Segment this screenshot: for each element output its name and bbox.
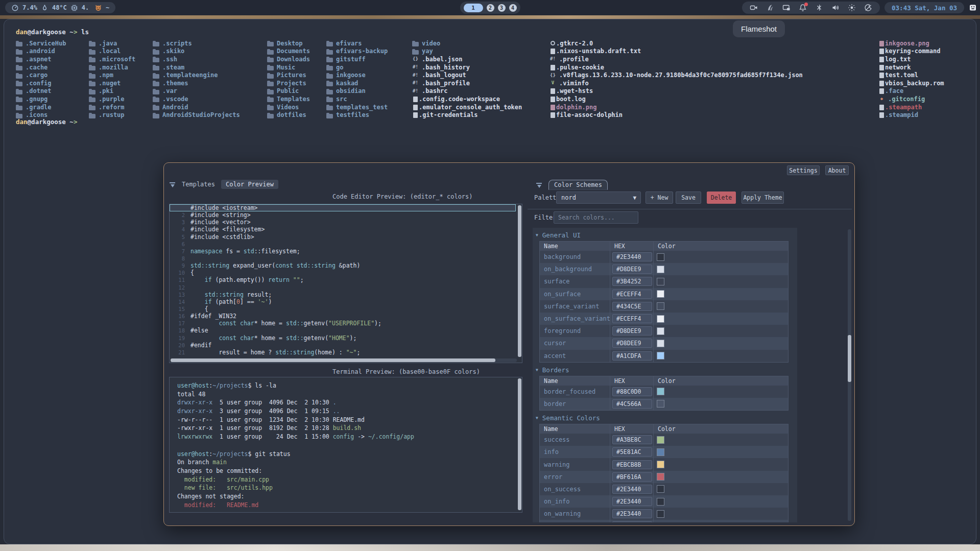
tab-color-preview[interactable]: Color Preview [221, 180, 278, 189]
color-swatch[interactable] [657, 510, 664, 518]
code-editor-preview[interactable]: 1#include <iostream>2#include <string>3#… [169, 204, 522, 363]
delete-button[interactable]: Delete [707, 191, 736, 204]
workspace-1[interactable]: 1 [464, 4, 483, 12]
ls-entry: .nixos-unstab.draft.txt [549, 47, 803, 56]
hex-input[interactable]: #2E3440 [612, 497, 652, 506]
screen-record-icon[interactable] [750, 4, 758, 12]
settings-button[interactable]: Settings [787, 165, 820, 175]
color-swatch[interactable] [657, 352, 664, 360]
bluetooth-off-icon[interactable] [815, 4, 823, 12]
file-name: go [336, 64, 343, 71]
line-number: 9 [170, 262, 190, 269]
tray-app-icon[interactable] [969, 4, 977, 12]
hex-input[interactable]: #434C5E [612, 302, 652, 311]
terminal-vscroll-thumb[interactable] [518, 378, 521, 510]
color-table: NameHEXColorbackground#2E3440on_backgrou… [539, 241, 788, 363]
color-swatch[interactable] [657, 448, 664, 456]
hex-input[interactable]: #BF616A [612, 472, 652, 482]
ls-entry: keyring-command [878, 47, 944, 56]
tab-color-schemes[interactable]: Color Schemes [548, 180, 608, 190]
workspace-3[interactable]: 3 [498, 4, 506, 12]
palette-select[interactable]: nord ▼ [556, 191, 641, 204]
file-name: video [422, 40, 440, 47]
color-swatch[interactable] [657, 315, 664, 323]
hex-input[interactable]: #A3BE8C [612, 435, 652, 444]
color-swatch[interactable] [657, 400, 664, 408]
file-name: .java [99, 40, 117, 47]
hex-input[interactable]: #88C0D0 [612, 387, 652, 396]
color-swatch[interactable] [657, 290, 664, 298]
filter-input[interactable] [554, 211, 638, 224]
hex-input[interactable]: #ECEFF4 [612, 290, 652, 299]
brightness-icon[interactable] [848, 4, 856, 12]
editor-hscroll-thumb[interactable] [171, 358, 495, 362]
workspace-2[interactable]: 2 [487, 4, 494, 12]
clock[interactable]: 03:43 Sat, Jan 03 [885, 2, 964, 13]
terminal-preview[interactable]: user@host:~/projects$ ls -latotal 48drwx… [169, 377, 522, 513]
hex-input[interactable]: #2E3440 [612, 485, 652, 494]
section-header[interactable]: ▼General UI [533, 228, 797, 241]
theme-editor-window[interactable]: Settings About Templates Color Preview C… [163, 162, 855, 526]
save-button[interactable]: Save [676, 191, 701, 204]
ls-entry: .vscode [153, 95, 240, 103]
tab-templates[interactable]: Templates [182, 181, 215, 188]
hex-input[interactable]: #A1CDFA [612, 351, 652, 361]
ls-entry: #!.bash_history [412, 63, 522, 71]
editor-vscroll-thumb[interactable] [518, 205, 521, 357]
hex-input[interactable]: #EBCB8B [612, 460, 652, 469]
apply-theme-button[interactable]: Apply Theme [742, 191, 784, 204]
color-swatch[interactable] [657, 327, 664, 335]
screenshot-lock-icon[interactable] [782, 4, 791, 12]
hex-input[interactable]: #D8DEE9 [612, 326, 652, 336]
color-sections-list[interactable]: ▼General UINameHEXColorbackground#2E3440… [533, 228, 797, 522]
ls-entry: {}.v8flags.13.6.233.10-node.27.9180b4da3… [549, 71, 803, 79]
hex-input[interactable]: #D8DEE9 [612, 265, 652, 274]
section-header[interactable]: ▼Semantic Colors [533, 411, 797, 424]
workspace-4[interactable]: 4 [509, 4, 517, 12]
hex-input[interactable]: #ECEFF4 [612, 314, 652, 323]
color-swatch[interactable] [657, 302, 664, 310]
volume-icon[interactable] [831, 4, 840, 12]
hex-input[interactable]: #2E3440 [612, 509, 652, 518]
folder-icon [89, 74, 95, 79]
colors-scroll-thumb[interactable] [848, 335, 851, 382]
color-swatch[interactable] [657, 266, 664, 273]
color-swatch[interactable] [657, 461, 664, 468]
night-light-icon[interactable] [864, 4, 872, 12]
file-name: .git-credentials [419, 111, 478, 118]
line-number: 6 [170, 241, 190, 247]
color-swatch[interactable] [657, 253, 664, 261]
left-dropdown-icon[interactable] [169, 181, 176, 188]
color-row: background#2E3440 [540, 251, 788, 263]
hex-input[interactable]: #2E3440 [612, 252, 652, 261]
color-name: surface [540, 275, 610, 288]
color-swatch[interactable] [657, 485, 664, 493]
hex-input[interactable]: #5E81AC [612, 447, 652, 457]
launcher-pill[interactable]: ~ [88, 2, 115, 13]
hex-input[interactable]: #4C566A [612, 399, 652, 409]
file-name: Downloads [277, 56, 310, 63]
section-header[interactable]: ▼Borders [533, 363, 797, 376]
folder-icon [89, 106, 95, 110]
file-name: .config.code-workspace [419, 95, 500, 103]
ls-entry: .steam [153, 63, 240, 71]
hex-input[interactable]: #D8DEE9 [612, 339, 652, 348]
color-swatch[interactable] [657, 278, 664, 285]
color-swatch[interactable] [657, 436, 664, 444]
new-palette-button[interactable]: + New [646, 191, 673, 204]
color-swatch[interactable] [657, 473, 664, 481]
color-swatch[interactable] [657, 388, 664, 395]
about-button[interactable]: About [825, 165, 849, 175]
file-icon: V [549, 80, 556, 86]
hex-input[interactable]: #3B4252 [612, 277, 652, 286]
notifications-button[interactable] [799, 4, 807, 12]
file-name: .nuget [99, 80, 121, 87]
flameshot-icon[interactable] [766, 4, 774, 12]
color-swatch[interactable] [657, 498, 664, 506]
ls-entry: .ssh [153, 55, 240, 63]
ls-entry: .rustup [89, 111, 135, 119]
color-swatch[interactable] [657, 340, 664, 347]
hex-input[interactable]: #2E3440 [612, 521, 652, 522]
right-dropdown-icon[interactable] [536, 182, 542, 188]
column-header: Name [540, 424, 610, 434]
